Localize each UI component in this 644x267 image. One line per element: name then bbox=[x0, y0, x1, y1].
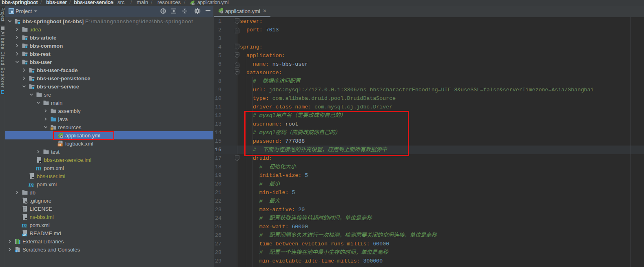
svg-text:m: m bbox=[29, 181, 34, 188]
svg-text:m: m bbox=[36, 165, 41, 171]
svg-text:m: m bbox=[22, 222, 27, 228]
svg-text:MD: MD bbox=[22, 234, 26, 236]
svg-text:<>: <> bbox=[58, 143, 62, 147]
